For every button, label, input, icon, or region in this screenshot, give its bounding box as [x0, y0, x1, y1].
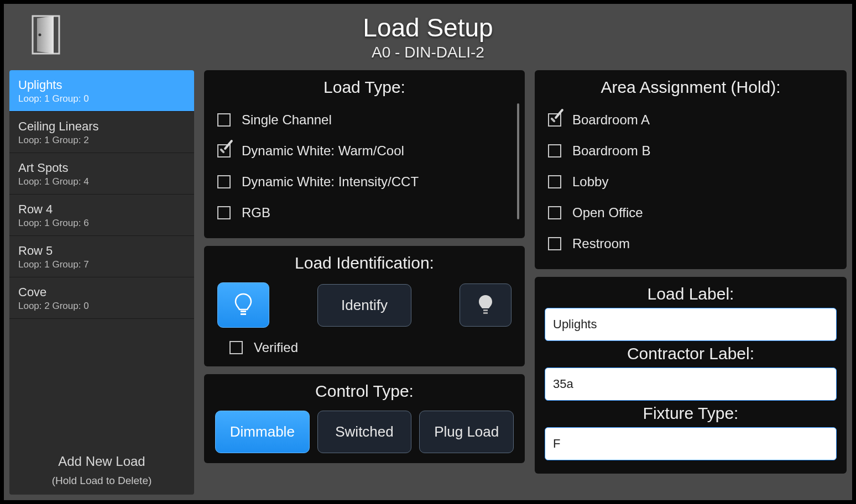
- area-option-label: Open Office: [572, 205, 643, 221]
- delete-hint: (Hold Load to Delete): [15, 475, 189, 487]
- load-list-item[interactable]: Art SpotsLoop: 1 Group: 4: [9, 153, 194, 195]
- area-checkbox[interactable]: [548, 206, 561, 219]
- load-item-meta: Loop: 1 Group: 2: [18, 135, 185, 146]
- area-option[interactable]: Open Office: [545, 197, 837, 228]
- load-type-checkbox[interactable]: [217, 113, 231, 127]
- area-checkbox[interactable]: [548, 175, 561, 188]
- load-type-panel: Load Type: Single ChannelDynamic White: …: [204, 70, 525, 238]
- svg-rect-6: [483, 312, 488, 314]
- load-type-scrollbar[interactable]: [517, 103, 519, 219]
- svg-rect-4: [241, 313, 246, 315]
- labels-panel: Load Label: Contractor Label: Fixture Ty…: [535, 277, 847, 474]
- load-type-checkbox[interactable]: [217, 175, 231, 188]
- bulb-off-icon: [477, 294, 494, 316]
- control-type-button[interactable]: Switched: [317, 411, 412, 453]
- area-option[interactable]: Boardroom A: [545, 104, 837, 135]
- area-option[interactable]: Restroom: [545, 228, 837, 259]
- area-option-label: Restroom: [572, 236, 630, 251]
- load-type-option-label: Dynamic White: Intensity/CCT: [242, 174, 419, 190]
- load-item-meta: Loop: 2 Group: 0: [18, 301, 185, 312]
- load-item-meta: Loop: 1 Group: 0: [18, 93, 185, 104]
- verified-checkbox[interactable]: [229, 341, 243, 354]
- area-assignment-title: Area Assignment (Hold):: [545, 78, 837, 97]
- load-type-title: Load Type:: [214, 78, 515, 97]
- exit-button[interactable]: [32, 15, 60, 55]
- control-type-button[interactable]: Plug Load: [419, 411, 514, 453]
- load-type-option-label: RGB: [242, 205, 270, 221]
- fixture-type-input[interactable]: [545, 427, 837, 460]
- load-type-option-label: Dynamic White: Warm/Cool: [242, 143, 404, 159]
- page-subtitle: A0 - DIN-DALI-2: [372, 44, 484, 61]
- area-option-label: Lobby: [572, 174, 608, 190]
- load-label-title: Load Label:: [545, 285, 837, 303]
- load-item-name: Art Spots: [18, 161, 185, 175]
- control-type-button-label: Plug Load: [434, 423, 499, 440]
- load-item-name: Uplights: [18, 78, 185, 92]
- load-identification-title: Load Identification:: [214, 254, 515, 272]
- area-checkbox[interactable]: [548, 144, 561, 158]
- load-list-item[interactable]: Row 5Loop: 1 Group: 7: [9, 236, 194, 277]
- load-type-checkbox[interactable]: [217, 144, 231, 158]
- svg-rect-5: [483, 309, 488, 311]
- page-title: Load Setup: [363, 13, 493, 43]
- svg-point-2: [39, 34, 41, 36]
- load-type-checkbox[interactable]: [217, 206, 231, 219]
- load-type-option-label: Single Channel: [242, 112, 332, 128]
- area-option-label: Boardroom A: [572, 112, 650, 128]
- control-type-title: Control Type:: [214, 382, 515, 401]
- control-type-button-label: Switched: [335, 423, 394, 440]
- svg-rect-3: [241, 311, 246, 312]
- load-type-option[interactable]: RGB: [214, 197, 515, 228]
- door-exit-icon: [32, 15, 60, 55]
- load-label-input[interactable]: [545, 308, 837, 341]
- load-type-option[interactable]: Dynamic White: Warm/Cool: [214, 135, 515, 166]
- load-type-option[interactable]: Dynamic White: Intensity/CCT: [214, 166, 515, 197]
- bulb-on-icon: [233, 293, 253, 317]
- load-item-name: Cove: [18, 285, 185, 300]
- area-option-label: Boardroom B: [572, 143, 650, 159]
- area-assignment-panel: Area Assignment (Hold): Boardroom ABoard…: [535, 70, 847, 269]
- identify-button[interactable]: Identify: [317, 284, 411, 327]
- load-list-item[interactable]: Ceiling LinearsLoop: 1 Group: 2: [9, 112, 194, 153]
- identify-button-label: Identify: [341, 297, 388, 314]
- load-list-item[interactable]: Row 4Loop: 1 Group: 6: [9, 195, 194, 236]
- load-item-meta: Loop: 1 Group: 4: [18, 176, 185, 187]
- control-type-button-label: Dimmable: [230, 423, 295, 440]
- control-type-panel: Control Type: DimmableSwitchedPlug Load: [204, 374, 525, 463]
- load-identification-panel: Load Identification: Identify: [204, 246, 525, 366]
- verified-label: Verified: [254, 340, 298, 355]
- verified-checkbox-row[interactable]: Verified: [214, 333, 515, 356]
- load-list-item[interactable]: CoveLoop: 2 Group: 0: [9, 277, 194, 319]
- add-new-load-button[interactable]: Add New Load: [15, 454, 189, 469]
- area-checkbox[interactable]: [548, 237, 561, 250]
- identify-on-button[interactable]: [217, 282, 269, 328]
- area-option[interactable]: Lobby: [545, 166, 837, 197]
- load-item-meta: Loop: 1 Group: 7: [18, 259, 185, 270]
- fixture-type-title: Fixture Type:: [545, 404, 837, 423]
- contractor-label-title: Contractor Label:: [545, 344, 837, 363]
- load-item-meta: Loop: 1 Group: 6: [18, 218, 185, 229]
- load-item-name: Row 4: [18, 202, 185, 217]
- load-type-option[interactable]: Single Channel: [214, 104, 515, 135]
- load-item-name: Ceiling Linears: [18, 119, 185, 134]
- identify-off-button[interactable]: [460, 284, 511, 327]
- contractor-label-input[interactable]: [545, 368, 837, 401]
- load-list-item[interactable]: UplightsLoop: 1 Group: 0: [9, 70, 194, 112]
- load-item-name: Row 5: [18, 244, 185, 258]
- control-type-button[interactable]: Dimmable: [215, 411, 310, 453]
- area-option[interactable]: Boardroom B: [545, 135, 837, 166]
- load-list-sidebar: UplightsLoop: 1 Group: 0Ceiling LinearsL…: [9, 70, 194, 495]
- area-checkbox[interactable]: [548, 113, 561, 127]
